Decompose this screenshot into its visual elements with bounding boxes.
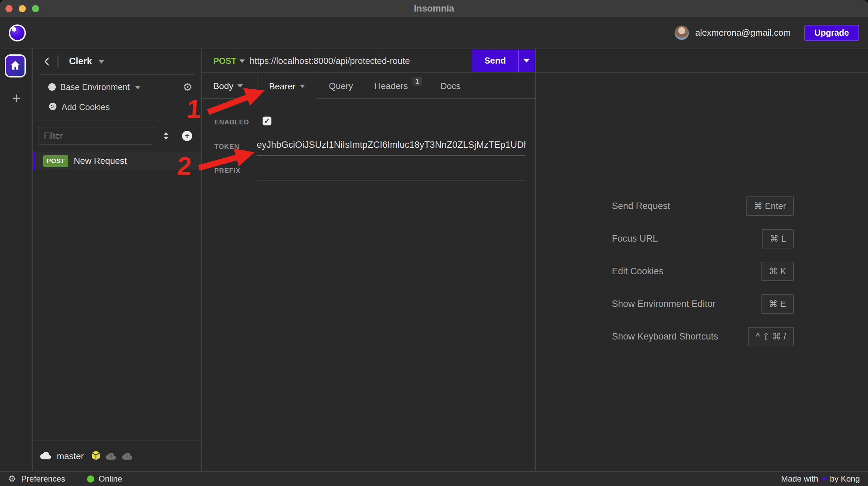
url-input[interactable]: https://localhost:8000/api/protected-rou… xyxy=(250,56,467,66)
bearer-auth-pane: ENABLED ✓ TOKEN eyJhbGciOiJSUzI1NiIsImtp… xyxy=(202,99,535,471)
minimize-window-button[interactable] xyxy=(19,5,26,12)
cloud-download-icon[interactable]: ↓ xyxy=(105,452,117,460)
response-panel: Send Request ⌘ Enter Focus URL ⌘ L Edit … xyxy=(536,49,868,471)
response-header-strip xyxy=(536,49,868,73)
insomnia-window: Insomnia alexmerona@gmail.com Upgrade + xyxy=(0,0,868,486)
shortcut-row: Send Request ⌘ Enter xyxy=(612,190,794,222)
window-titlebar: Insomnia xyxy=(0,0,868,17)
key-combo: ⌘ K xyxy=(761,262,794,281)
key-combo: ⌘ Enter xyxy=(746,196,794,216)
home-button[interactable] xyxy=(5,54,26,77)
tab-body[interactable]: Body xyxy=(213,73,243,99)
tab-query[interactable]: Query xyxy=(329,73,353,99)
headers-count-badge: 1 xyxy=(413,77,422,86)
online-status-label[interactable]: Online xyxy=(99,474,122,484)
chevron-down-icon xyxy=(135,86,140,89)
prefix-input[interactable] xyxy=(257,159,525,180)
prefix-label: PREFIX xyxy=(214,167,240,175)
send-button[interactable]: Send xyxy=(472,50,518,72)
status-bar: ⚙ Preferences Online Made with ♥ by Kong xyxy=(0,471,868,486)
sidebar-divider xyxy=(33,120,201,120)
preferences-button[interactable]: Preferences xyxy=(21,474,65,484)
add-cookies-button[interactable]: Add Cookies xyxy=(33,98,201,116)
upgrade-button[interactable]: Upgrade xyxy=(804,25,859,41)
send-button-group: Send xyxy=(472,50,534,72)
home-icon xyxy=(10,59,21,72)
user-avatar[interactable] xyxy=(674,25,689,40)
enabled-label: ENABLED xyxy=(214,118,249,126)
app-header: alexmerona@gmail.com Upgrade xyxy=(0,17,868,49)
shortcut-row: Show Keyboard Shortcuts ^ ⇧ ⌘ / xyxy=(612,320,794,353)
sync-branch-bar: master ↓ ↑ xyxy=(33,440,201,471)
method-selector[interactable]: POST xyxy=(213,56,236,66)
environment-settings-gear-icon[interactable]: ⚙ xyxy=(183,82,193,92)
sidebar-divider xyxy=(39,74,195,75)
sidebar: Clerk Base Environment ⚙ Add Cookies xyxy=(33,49,202,471)
made-with-kong: Made with ♥ by Kong xyxy=(781,474,860,484)
send-options-button[interactable] xyxy=(518,50,534,72)
cloud-upload-icon[interactable]: ↑ xyxy=(122,452,133,460)
key-combo: ⌘ L xyxy=(762,229,794,248)
back-chevron-icon[interactable] xyxy=(42,56,52,67)
workspace-name[interactable]: Clerk xyxy=(69,56,92,67)
request-panel: POST https://localhost:8000/api/protecte… xyxy=(202,49,536,471)
environment-selector[interactable]: Base Environment ⚙ xyxy=(33,78,201,96)
key-combo: ⌘ E xyxy=(761,294,794,314)
request-tabbar: Body Bearer Query Headers 1 Docs xyxy=(202,73,535,99)
account-email[interactable]: alexmerona@gmail.com xyxy=(695,28,791,38)
header-divider xyxy=(57,55,59,68)
cloud-icon[interactable] xyxy=(40,451,52,461)
request-name: New Request xyxy=(74,156,127,166)
tab-docs[interactable]: Docs xyxy=(440,73,461,99)
preferences-gear-icon[interactable]: ⚙ xyxy=(8,474,16,483)
add-project-button[interactable]: + xyxy=(9,91,24,106)
shortcut-row: Show Environment Editor ⌘ E xyxy=(612,288,794,320)
shortcut-row: Edit Cookies ⌘ K xyxy=(612,255,794,288)
add-cookies-label: Add Cookies xyxy=(62,102,110,112)
online-status-dot xyxy=(87,475,94,483)
key-combo: ^ ⇧ ⌘ / xyxy=(748,327,794,346)
active-request-indicator xyxy=(33,152,35,170)
chevron-down-icon xyxy=(237,84,243,88)
token-label: TOKEN xyxy=(214,143,239,151)
enabled-checkbox[interactable]: ✓ xyxy=(263,117,271,125)
app-rail: + xyxy=(0,49,33,471)
cookie-icon xyxy=(48,102,57,112)
sort-icon[interactable] xyxy=(160,130,172,142)
request-list-item[interactable]: POST New Request xyxy=(33,152,201,170)
branch-name[interactable]: master xyxy=(57,451,84,462)
close-window-button[interactable] xyxy=(5,5,13,12)
zoom-window-button[interactable] xyxy=(32,5,39,12)
keyboard-shortcuts-hints: Send Request ⌘ Enter Focus URL ⌘ L Edit … xyxy=(612,190,794,353)
purple-heart-icon: ♥ xyxy=(821,475,827,483)
chevron-down-icon xyxy=(300,85,305,88)
tab-auth-bearer[interactable]: Bearer xyxy=(257,73,317,100)
chevron-down-icon[interactable] xyxy=(239,59,245,63)
request-method-badge: POST xyxy=(43,155,68,167)
insomnia-logo-icon[interactable] xyxy=(9,24,26,41)
shortcut-row: Focus URL ⌘ L xyxy=(612,222,794,255)
chevron-down-icon[interactable] xyxy=(99,60,104,64)
new-request-plus-button[interactable]: + xyxy=(182,131,192,141)
sync-box-icon[interactable] xyxy=(91,450,101,462)
window-title: Insomnia xyxy=(0,3,868,14)
chevron-down-icon xyxy=(523,59,530,63)
tab-headers[interactable]: Headers 1 xyxy=(374,73,422,99)
sidebar-header: Clerk xyxy=(33,49,201,74)
environment-color-dot xyxy=(48,83,56,91)
url-bar: POST https://localhost:8000/api/protecte… xyxy=(202,49,535,73)
filter-input[interactable] xyxy=(38,127,153,145)
token-input[interactable]: eyJhbGciOiJSUzI1NiIsImtpZCI6Imluc18yT3Nn… xyxy=(257,135,525,156)
environment-name: Base Environment xyxy=(60,82,130,92)
